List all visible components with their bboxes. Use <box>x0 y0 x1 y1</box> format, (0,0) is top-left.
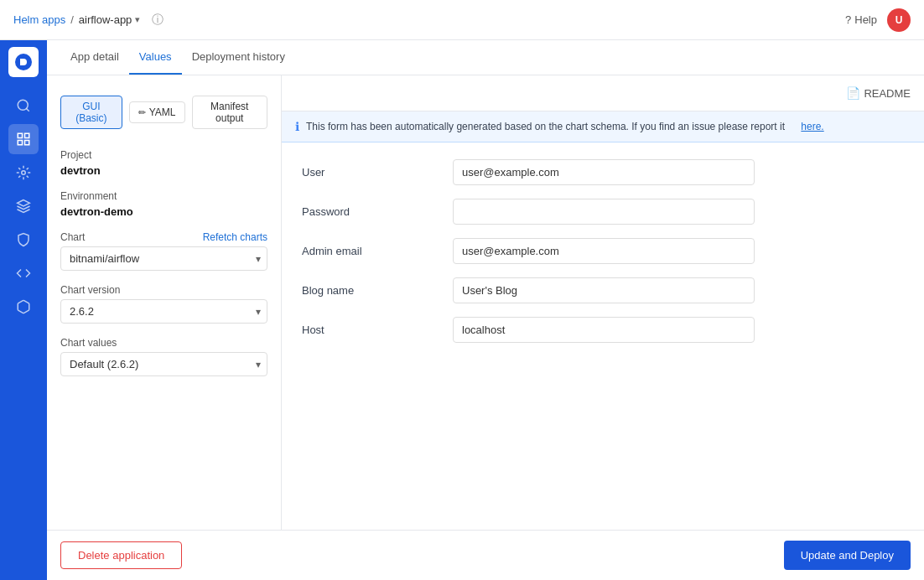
admin-email-label: Admin email <box>302 245 453 257</box>
notice-bar: ℹ This form has been automatically gener… <box>282 111 924 142</box>
readme-icon: 📄 <box>846 86 860 100</box>
sidebar-icon-settings[interactable] <box>8 158 39 188</box>
chart-version-select[interactable]: 2.6.2 <box>60 299 267 324</box>
sidebar-icon-deploy[interactable] <box>8 191 39 221</box>
header-right: ? Help U <box>845 8 911 32</box>
notice-text: This form has been automatically generat… <box>306 121 785 132</box>
sidebar-logo[interactable] <box>8 47 39 77</box>
toolbar-row: GUI (Basic) ✏ YAML Manifest output <box>60 89 267 136</box>
sidebar-icon-security[interactable] <box>8 225 39 255</box>
chart-version-select-wrapper: 2.6.2 ▾ <box>60 299 267 324</box>
left-panel: GUI (Basic) ✏ YAML Manifest output Proje… <box>47 75 282 530</box>
app-name-label: airflow-app <box>79 13 132 26</box>
admin-email-input[interactable] <box>453 238 755 264</box>
chevron-down-icon[interactable]: ▾ <box>135 14 140 25</box>
breadcrumb-current-app: airflow-app ▾ <box>79 13 141 26</box>
environment-value: devtron-demo <box>60 205 267 218</box>
svg-point-6 <box>22 171 26 175</box>
form-row-password: Password <box>302 199 904 225</box>
main-content: App detail Values Deployment history GUI… <box>47 40 924 580</box>
update-deploy-button[interactable]: Update and Deploy <box>784 541 911 570</box>
chart-values-label: Chart values <box>60 337 267 349</box>
help-label: Help <box>854 13 877 26</box>
form-area: User Password Admin email Blog name <box>282 142 924 530</box>
environment-label: Environment <box>60 190 267 202</box>
bottom-bar: Delete application Update and Deploy <box>47 530 924 580</box>
chart-label: Chart <box>60 231 85 243</box>
chart-version-field-group: Chart version 2.6.2 ▾ <box>60 284 267 324</box>
chart-field-group: Chart Refetch charts bitnami/airflow ▾ <box>60 231 267 271</box>
form-row-blog-name: Blog name <box>302 277 904 303</box>
readme-button[interactable]: 📄 README <box>846 82 911 104</box>
tab-app-detail[interactable]: App detail <box>60 40 129 75</box>
help-button[interactable]: ? Help <box>845 13 877 26</box>
svg-rect-5 <box>25 141 29 145</box>
notice-link[interactable]: here. <box>801 121 823 132</box>
project-field-group: Project devtron <box>60 149 267 177</box>
user-input[interactable] <box>453 159 755 185</box>
chart-header: Chart Refetch charts <box>60 231 267 243</box>
breadcrumb-helm-apps[interactable]: Helm apps <box>13 13 65 26</box>
main-layout: App detail Values Deployment history GUI… <box>0 40 924 580</box>
svg-point-1 <box>18 100 28 110</box>
chart-values-field-group: Chart values Default (2.6.2) ▾ <box>60 337 267 376</box>
chart-select-wrapper: bitnami/airflow ▾ <box>60 246 267 271</box>
help-icon: ? <box>845 13 851 26</box>
readme-label: README <box>864 87 911 100</box>
gui-basic-button[interactable]: GUI (Basic) <box>60 96 122 129</box>
right-panel: 📄 README ℹ This form has been automatica… <box>282 75 924 530</box>
form-row-admin-email: Admin email <box>302 238 904 264</box>
blog-name-label: Blog name <box>302 284 453 297</box>
delete-application-button[interactable]: Delete application <box>60 541 182 569</box>
breadcrumb: Helm apps / airflow-app ▾ ⓘ <box>13 13 164 28</box>
host-input[interactable] <box>453 317 755 343</box>
project-label: Project <box>60 149 267 161</box>
form-row-host: Host <box>302 317 904 343</box>
password-input[interactable] <box>453 199 755 225</box>
user-label: User <box>302 166 453 179</box>
sidebar-icon-plugins[interactable] <box>8 292 39 322</box>
info-icon[interactable]: ⓘ <box>152 13 164 28</box>
chart-values-select-wrapper: Default (2.6.2) ▾ <box>60 352 267 376</box>
top-header: Helm apps / airflow-app ▾ ⓘ ? Help U <box>0 0 924 40</box>
svg-rect-3 <box>25 133 29 137</box>
manifest-output-button[interactable]: Manifest output <box>192 96 267 129</box>
svg-rect-4 <box>18 141 22 145</box>
sidebar-icon-search[interactable] <box>8 91 39 121</box>
sidebar-icon-apps[interactable] <box>8 124 39 154</box>
password-label: Password <box>302 205 453 218</box>
user-avatar[interactable]: U <box>887 8 911 32</box>
breadcrumb-separator: / <box>70 13 74 26</box>
project-value: devtron <box>60 164 267 177</box>
sidebar <box>0 40 47 580</box>
chart-values-select[interactable]: Default (2.6.2) <box>60 352 267 376</box>
svg-rect-2 <box>18 133 22 137</box>
blog-name-input[interactable] <box>453 277 755 303</box>
sub-header-tabs: App detail Values Deployment history <box>47 40 924 75</box>
content-area: GUI (Basic) ✏ YAML Manifest output Proje… <box>47 75 924 530</box>
yaml-button[interactable]: ✏ YAML <box>129 101 185 123</box>
tab-values[interactable]: Values <box>129 40 182 75</box>
chart-select[interactable]: bitnami/airflow <box>60 246 267 271</box>
form-row-user: User <box>302 159 904 185</box>
sidebar-icon-code[interactable] <box>8 258 39 288</box>
host-label: Host <box>302 324 453 336</box>
info-circle-icon: ℹ <box>295 120 299 133</box>
tab-deployment-history[interactable]: Deployment history <box>182 40 295 75</box>
refetch-charts-link[interactable]: Refetch charts <box>203 231 267 243</box>
environment-field-group: Environment devtron-demo <box>60 190 267 218</box>
chart-version-label: Chart version <box>60 284 267 296</box>
edit-icon: ✏ <box>138 107 146 118</box>
